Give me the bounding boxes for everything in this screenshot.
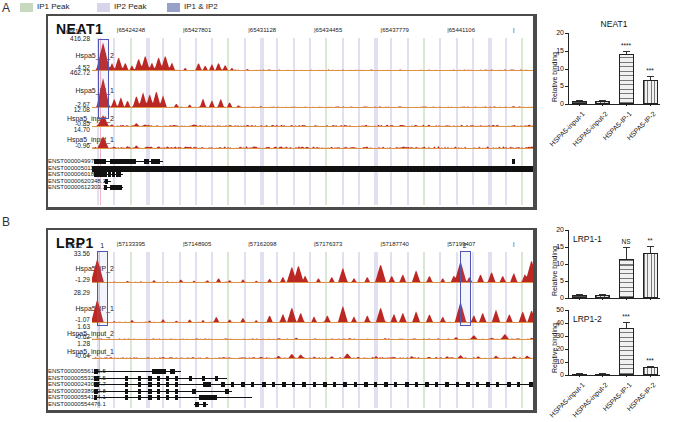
chart-title: LRP1-1	[573, 234, 602, 244]
transcript-exon	[138, 389, 141, 394]
track-min-value: -0.96	[48, 142, 90, 149]
error-bar-line	[650, 246, 651, 253]
y-axis-tick	[565, 310, 568, 311]
transcript-exon	[157, 395, 160, 400]
bar-chart-lrp1-1: LRP1-1 Relative binding 05101520NS**	[545, 218, 673, 303]
y-tick-label: 30	[550, 332, 564, 339]
transcript-exon	[192, 389, 196, 394]
track-max-value: 462.72	[48, 69, 90, 76]
panel-a-label: A	[2, 1, 10, 15]
error-bar-cap	[599, 294, 606, 295]
transcript-id: ENST00000601801.2	[48, 171, 94, 177]
transcript-exon	[166, 395, 169, 400]
panel-b-label: B	[2, 215, 10, 229]
ruler-tick: |57176373	[314, 241, 342, 247]
y-axis-tick	[565, 86, 568, 87]
transcript-line	[94, 378, 228, 379]
transcript-line	[94, 397, 252, 398]
y-axis-tick	[565, 362, 568, 363]
transcript-exon	[343, 382, 347, 387]
transcript-exon	[112, 172, 115, 177]
transcript-exon	[282, 382, 286, 387]
error-bar-cap	[599, 100, 606, 101]
transcript-exon	[166, 382, 169, 387]
y-tick-label: 20	[550, 29, 564, 36]
chart-title: NEAT1	[568, 19, 660, 29]
error-bar-cap	[623, 51, 630, 52]
transcript-exon	[195, 402, 199, 407]
y-tick-label: 0	[550, 100, 564, 107]
track-max-value: 1.28	[48, 340, 90, 347]
transcript-exon	[166, 376, 169, 381]
transcript-exon	[313, 382, 316, 387]
transcript-exon	[108, 172, 111, 177]
coverage-signal-track	[92, 330, 536, 340]
significance-label: **	[630, 237, 670, 244]
track-max-value: 416.28	[48, 35, 90, 42]
error-bar-cap	[647, 246, 654, 247]
track-max-value: 14.70	[48, 126, 90, 133]
y-axis-tick	[565, 323, 568, 324]
transcript-exon	[125, 382, 128, 387]
transcript-exon	[170, 369, 175, 374]
transcript-exon	[92, 166, 537, 172]
x-axis-line	[568, 298, 660, 299]
transcript-exon	[354, 382, 357, 387]
x-axis-tick	[650, 375, 651, 377]
track-min-value: -0.62	[48, 333, 90, 340]
transcript-exon	[384, 382, 388, 387]
y-axis-label: Relative binding	[551, 52, 558, 102]
transcript-exon	[466, 382, 470, 387]
figure-root: A IP1 Peak IP2 Peak IP1 & IP2 NEAT1 chr1…	[0, 0, 673, 422]
chart-title: LRP1-2	[573, 314, 602, 324]
transcript-exon	[148, 395, 152, 400]
transcript-id: ENST00000499732.2	[48, 158, 94, 164]
significance-label: ***	[606, 313, 646, 320]
transcript-exon	[148, 382, 152, 387]
transcript-exon	[425, 382, 429, 387]
ruler-tick: |	[513, 241, 515, 247]
transcript-exon	[512, 159, 515, 164]
x-axis-line	[568, 104, 660, 105]
x-axis-tick	[602, 298, 603, 300]
y-axis-tick	[565, 281, 568, 282]
transcript-exon	[199, 395, 217, 400]
transcript-exon	[125, 389, 128, 394]
transcript-exon	[486, 382, 490, 387]
track-max-value: 12.08	[48, 106, 90, 113]
y-tick-label: 20	[550, 345, 564, 352]
transcript-exon	[94, 389, 98, 394]
transcript-exon	[138, 395, 141, 400]
highlight-number-label: 1	[93, 242, 111, 249]
y-tick-label: 5	[550, 82, 564, 89]
track-min-value: -0.64	[48, 352, 90, 359]
transcript-exon	[94, 172, 107, 177]
coverage-signal-track	[92, 133, 536, 149]
transcript-exon	[364, 382, 368, 387]
transcript-exon	[262, 382, 266, 387]
transcript-exon	[415, 382, 418, 387]
ruler-tick: |	[513, 27, 515, 33]
x-axis-tick	[602, 375, 603, 377]
transcript-exon	[215, 376, 218, 381]
y-tick-label: 0	[550, 371, 564, 378]
significance-label: ***	[630, 67, 670, 74]
error-bar-cap	[576, 294, 583, 295]
transcript-exon	[138, 376, 141, 381]
transcript-exon	[157, 382, 160, 387]
transcript-exon	[251, 382, 254, 387]
y-tick-label: 50	[550, 306, 564, 313]
y-axis-line	[568, 230, 569, 298]
track-min-value: -1.29	[48, 276, 90, 283]
x-axis-tick	[626, 375, 627, 377]
transcript-exon	[272, 382, 275, 387]
transcript-exon	[445, 382, 449, 387]
y-axis-line	[568, 33, 569, 104]
transcript-exon	[125, 395, 128, 400]
significance-label: ****	[606, 42, 646, 49]
error-bar-cap	[576, 373, 583, 374]
transcript-exon	[292, 382, 295, 387]
transcript-exon	[333, 382, 336, 387]
y-axis-tick	[565, 51, 568, 52]
transcript-exon	[94, 382, 99, 387]
